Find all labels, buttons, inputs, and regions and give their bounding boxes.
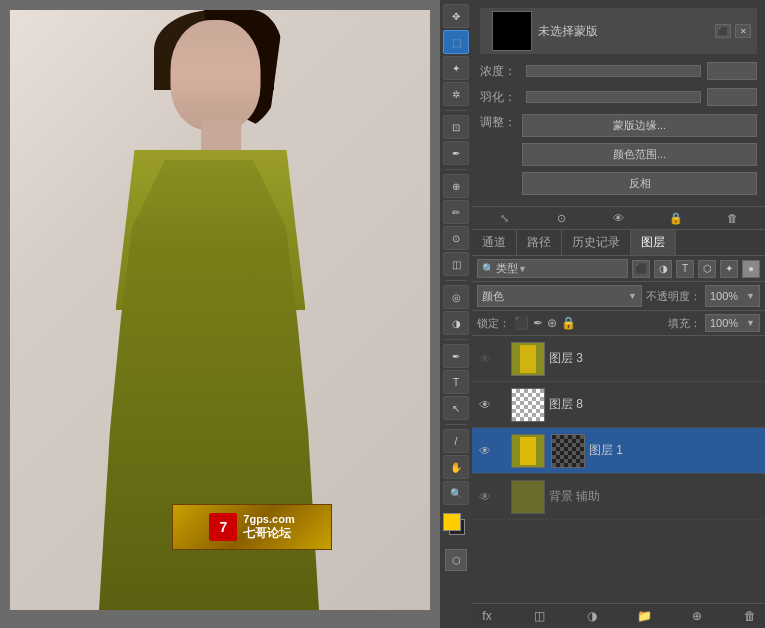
fill-value: 100%	[710, 317, 738, 329]
fill-input[interactable]: 100% ▼	[705, 314, 760, 332]
adjust-section: 调整： 蒙版边缘... 颜色范围... 反相	[480, 114, 757, 198]
layer-thumb-extra	[511, 480, 545, 514]
photo-background: 7 7gps.com 七哥论坛	[10, 10, 430, 610]
watermark-name: 七哥论坛	[243, 525, 294, 542]
lock-all-btn[interactable]: 🔒	[561, 316, 576, 330]
filter-smart-btn[interactable]: ✦	[720, 260, 738, 278]
hand-tool[interactable]: ✋	[443, 455, 469, 479]
pen-tool[interactable]: ✒	[443, 344, 469, 368]
right-panel: 未选择蒙版 ⬛ ✕ 浓度： 羽化：	[472, 0, 765, 628]
edge-btn[interactable]: 蒙版边缘...	[522, 114, 757, 137]
layer-item-1[interactable]: 👁 图层 1	[472, 428, 765, 474]
eraser-tool[interactable]: ◫	[443, 252, 469, 276]
heal-tool[interactable]: ⊕	[443, 174, 469, 198]
feather-slider[interactable]	[526, 91, 701, 103]
dodge-tool[interactable]: ◑	[443, 311, 469, 335]
tool-separator-4	[445, 339, 467, 340]
feather-label: 羽化：	[480, 89, 520, 106]
layer-item-3[interactable]: 👁 图层 3	[472, 336, 765, 382]
tab-layers[interactable]: 图层	[631, 230, 676, 255]
layer-name-3: 图层 3	[549, 350, 760, 367]
delete-layer-btn[interactable]: 🗑	[740, 607, 760, 625]
watermark-logo: 7	[209, 513, 237, 541]
neck	[201, 120, 241, 155]
quick-mask-btn[interactable]: ⬡	[445, 549, 467, 571]
tab-icon-resize[interactable]: ⤡	[495, 209, 515, 227]
brush-tool[interactable]: ✏	[443, 200, 469, 224]
new-group-btn[interactable]: 📁	[635, 607, 655, 625]
zoom-tool[interactable]: 🔍	[443, 481, 469, 505]
marquee-tool[interactable]: ⬚	[443, 30, 469, 54]
tab-history[interactable]: 历史记录	[562, 230, 631, 255]
layer-name-8: 图层 8	[549, 396, 760, 413]
select-tool[interactable]: ↖	[443, 396, 469, 420]
lock-artboards-btn[interactable]: ⊕	[547, 316, 557, 330]
tab-icon-delete[interactable]: 🗑	[723, 209, 743, 227]
mask-thumbnail	[492, 11, 532, 51]
layer-visibility-1[interactable]: 👁	[477, 443, 493, 459]
tool-separator-5	[445, 424, 467, 425]
layer-thumb-3	[511, 342, 545, 376]
layers-bottom-toolbar: fx ◫ ◑ 📁 ⊕ 🗑	[472, 603, 765, 628]
density-slider[interactable]	[526, 65, 701, 77]
layers-tabs: 通道 路径 历史记录 图层	[472, 230, 765, 256]
tab-icon-lock[interactable]: 🔒	[666, 209, 686, 227]
lock-position-btn[interactable]: ✒	[533, 316, 543, 330]
watermark-text: 7gps.com 七哥论坛	[243, 513, 294, 542]
mask-panel: 未选择蒙版 ⬛ ✕ 浓度： 羽化：	[472, 0, 765, 207]
blur-tool[interactable]: ◎	[443, 285, 469, 309]
filter-pixel-btn[interactable]: ⬛	[632, 260, 650, 278]
line-tool[interactable]: /	[443, 429, 469, 453]
invert-btn[interactable]: 反相	[522, 172, 757, 195]
filter-toggle[interactable]: ●	[742, 260, 760, 278]
new-layer-btn[interactable]: ⊕	[687, 607, 707, 625]
adjustment-layer-btn[interactable]: ◑	[582, 607, 602, 625]
layer-visibility-8[interactable]: 👁	[477, 397, 493, 413]
feather-input[interactable]	[707, 88, 757, 106]
density-row: 浓度：	[480, 62, 757, 80]
layer-visibility-extra[interactable]: 👁	[477, 489, 493, 505]
tab-channels[interactable]: 通道	[472, 230, 517, 255]
density-label: 浓度：	[480, 63, 520, 80]
density-input[interactable]	[707, 62, 757, 80]
lock-label: 锁定：	[477, 316, 510, 331]
mask-header-icons: ⬛ ✕	[715, 24, 751, 38]
watermark-url: 7gps.com	[243, 513, 294, 525]
face	[171, 20, 261, 130]
type-tool[interactable]: T	[443, 370, 469, 394]
blend-mode-value: 颜色	[482, 289, 504, 304]
opacity-input[interactable]: 100% ▼	[705, 285, 760, 307]
layers-search[interactable]: 🔍 类型 ▼	[477, 259, 628, 278]
filter-adjust-btn[interactable]: ◑	[654, 260, 672, 278]
layer-link-3	[497, 351, 507, 367]
wand-tool[interactable]: ✲	[443, 82, 469, 106]
move-tool[interactable]: ✥	[443, 4, 469, 28]
fill-chevron: ▼	[746, 318, 755, 328]
lasso-tool[interactable]: ✦	[443, 56, 469, 80]
layer-visibility-3[interactable]: 👁	[477, 351, 493, 367]
add-link-btn[interactable]: fx	[477, 607, 497, 625]
layer-item-8[interactable]: 👁 图层 8	[472, 382, 765, 428]
filter-chevron: ▼	[518, 264, 527, 274]
tool-separator-1	[445, 110, 467, 111]
layer-item-extra[interactable]: 👁 背景 辅助	[472, 474, 765, 520]
blend-mode-select[interactable]: 颜色 ▼	[477, 285, 642, 307]
feather-row: 羽化：	[480, 88, 757, 106]
add-mask-btn[interactable]: ◫	[530, 607, 550, 625]
lock-pixels-btn[interactable]: ⬛	[514, 316, 529, 330]
filter-shape-btn[interactable]: ⬡	[698, 260, 716, 278]
eyedropper-tool[interactable]: ✒	[443, 141, 469, 165]
tab-paths[interactable]: 路径	[517, 230, 562, 255]
mask-icon-2[interactable]: ✕	[735, 24, 751, 38]
blend-opacity-row: 颜色 ▼ 不透明度： 100% ▼	[472, 282, 765, 311]
tab-icon-eye[interactable]: 👁	[609, 209, 629, 227]
mask-title: 未选择蒙版	[538, 23, 598, 40]
tab-icon-mask[interactable]: ⊙	[552, 209, 572, 227]
color-range-btn[interactable]: 颜色范围...	[522, 143, 757, 166]
filter-type-btn[interactable]: T	[676, 260, 694, 278]
mask-icon-1[interactable]: ⬛	[715, 24, 731, 38]
foreground-color-swatch[interactable]	[443, 513, 461, 531]
stamp-tool[interactable]: ⊙	[443, 226, 469, 250]
crop-tool[interactable]: ⊡	[443, 115, 469, 139]
search-icon: 🔍	[482, 263, 494, 274]
